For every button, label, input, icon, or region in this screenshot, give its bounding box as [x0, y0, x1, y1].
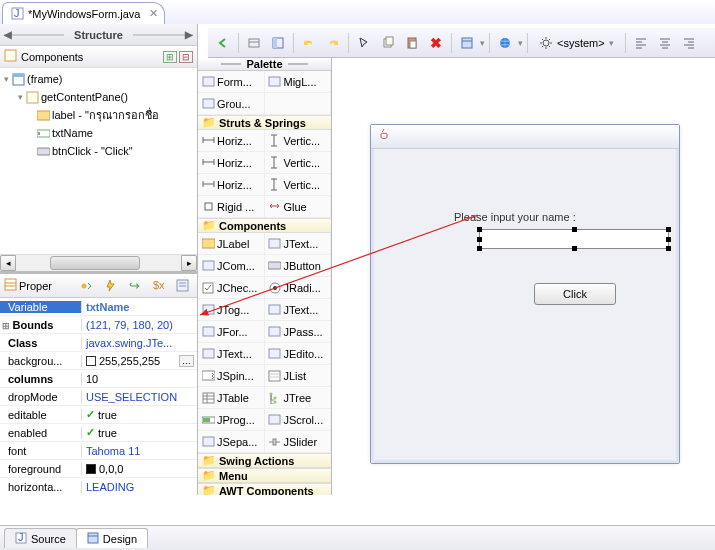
palette-category-awt[interactable]: 📁AWT Components	[198, 483, 331, 495]
palette-item[interactable]: Horiz...	[198, 174, 265, 196]
property-row[interactable]: foreground0,0,0	[0, 460, 197, 478]
component-icon	[201, 237, 215, 251]
form-window[interactable]: Please input your name : Click	[370, 124, 680, 464]
tree-item-btnclick[interactable]: btnClick - "Click"	[0, 142, 197, 160]
palette-category-menu[interactable]: 📁Menu	[198, 468, 331, 483]
property-row[interactable]: columns10	[0, 370, 197, 388]
palette-item[interactable]: JSepa...	[198, 431, 265, 453]
palette-item[interactable]: Form...	[198, 71, 265, 93]
palette-item[interactable]: Horiz...	[198, 152, 265, 174]
design-canvas[interactable]: Please input your name : Click	[332, 58, 715, 495]
palette-item[interactable]: JText...	[265, 299, 332, 321]
palette-category-struts[interactable]: 📁Struts & Springs	[198, 115, 331, 130]
tree-item-label[interactable]: label - "กรุณากรอกชื่อ	[0, 106, 197, 124]
svg-rect-82	[203, 327, 214, 336]
palette-item[interactable]: JSpin...	[198, 365, 265, 387]
palette-category-components[interactable]: 📁Components	[198, 218, 331, 233]
component-icon	[201, 200, 215, 214]
palette-item[interactable]: JProg...	[198, 409, 265, 431]
palette-item[interactable]: JRadi...	[265, 277, 332, 299]
form-textfield-txtname[interactable]	[479, 229, 669, 249]
svg-rect-42	[37, 148, 50, 155]
palette-item[interactable]: JScrol...	[265, 409, 332, 431]
palette-category-swingactions[interactable]: 📁Swing Actions	[198, 453, 331, 468]
palette-item[interactable]: MigL...	[265, 71, 332, 93]
palette-item[interactable]: Grou...	[198, 93, 265, 115]
property-row[interactable]: backgrou...255,255,255…	[0, 352, 197, 370]
palette-item[interactable]: JTable	[198, 387, 265, 409]
property-row[interactable]: VariabletxtName	[0, 298, 197, 316]
component-icon	[201, 156, 215, 170]
form-button-click[interactable]: Click	[534, 283, 616, 305]
palette-item[interactable]: Rigid ...	[198, 196, 265, 218]
svg-rect-53	[203, 99, 214, 108]
button-icon	[36, 144, 50, 158]
palette-item[interactable]: JButton	[265, 255, 332, 277]
svg-point-46	[81, 284, 86, 289]
svg-rect-100	[203, 437, 214, 446]
palette-item[interactable]: JText...	[265, 233, 332, 255]
tab-design[interactable]: Design	[76, 528, 148, 548]
component-icon	[268, 369, 282, 383]
palette-item[interactable]: Vertic...	[265, 130, 332, 152]
source-icon: J	[15, 532, 27, 546]
svg-rect-98	[203, 418, 210, 422]
folder-icon: 📁	[202, 219, 216, 232]
show-advanced-icon[interactable]	[75, 275, 97, 297]
palette-item[interactable]: Horiz...	[198, 130, 265, 152]
properties-tab-icon	[4, 278, 17, 293]
palette-item[interactable]: JList	[265, 365, 332, 387]
tree-scrollbar[interactable]: ◂ ▸	[0, 254, 197, 271]
expand-all-icon[interactable]: ⊞	[163, 51, 177, 63]
svg-rect-81	[269, 305, 280, 314]
palette-item[interactable]: Glue	[265, 196, 332, 218]
tree-label: getContentPane()	[41, 91, 128, 103]
palette-item[interactable]: JLabel	[198, 233, 265, 255]
tab-source[interactable]: J Source	[4, 528, 77, 548]
palette-item[interactable]: JTog...	[198, 299, 265, 321]
component-icon	[201, 325, 215, 339]
palette-item[interactable]: JTree	[265, 387, 332, 409]
tree-item-contentpane[interactable]: ▾ getContentPane()	[0, 88, 197, 106]
tree-item-frame[interactable]: ▾ (frame)	[0, 70, 197, 88]
svg-rect-75	[203, 261, 214, 270]
tree-item-txtname[interactable]: txtName	[0, 124, 197, 142]
component-icon	[201, 281, 215, 295]
props-menu-icon[interactable]	[171, 275, 193, 297]
component-icon	[268, 281, 282, 295]
goto-icon[interactable]: ↪	[123, 275, 145, 297]
palette-item[interactable]: JCom...	[198, 255, 265, 277]
collapse-right-icon[interactable]: ▶	[185, 29, 193, 40]
palette-item[interactable]: JFor...	[198, 321, 265, 343]
property-row[interactable]: fontTahoma 11	[0, 442, 197, 460]
tree-label: (frame)	[27, 73, 62, 85]
var-icon[interactable]: $x	[147, 275, 169, 297]
events-icon[interactable]	[99, 275, 121, 297]
palette-item[interactable]: JChec...	[198, 277, 265, 299]
property-row[interactable]: editable✓true	[0, 406, 197, 424]
property-row[interactable]: enabled✓true	[0, 424, 197, 442]
svg-rect-106	[88, 533, 98, 543]
palette-item[interactable]: JPass...	[265, 321, 332, 343]
collapse-all-icon[interactable]: ⊟	[179, 51, 193, 63]
palette-item[interactable]: Vertic...	[265, 174, 332, 196]
component-icon	[268, 75, 282, 89]
palette-item[interactable]: Vertic...	[265, 152, 332, 174]
component-icon	[201, 97, 215, 111]
property-row[interactable]: Classjavax.swing.JTe...	[0, 334, 197, 352]
component-icon	[268, 435, 282, 449]
properties-grid: VariabletxtName⊞ Bounds(121, 79, 180, 20…	[0, 298, 197, 495]
frame-icon	[11, 72, 25, 86]
close-icon[interactable]: ✕	[149, 7, 158, 20]
form-prompt-label[interactable]: Please input your name :	[454, 211, 576, 223]
properties-title: Proper	[19, 280, 52, 292]
property-row[interactable]: ⊞ Bounds(121, 79, 180, 20)	[0, 316, 197, 334]
property-row[interactable]: horizonta...LEADING	[0, 478, 197, 495]
file-tab[interactable]: J *MyWindowsForm.java ✕	[2, 2, 165, 24]
collapse-left-icon[interactable]: ◀	[4, 29, 12, 40]
palette-item[interactable]: JEdito...	[265, 343, 332, 365]
palette-item[interactable]: JSlider	[265, 431, 332, 453]
palette-item[interactable]: JText...	[198, 343, 265, 365]
component-icon	[201, 134, 215, 148]
property-row[interactable]: dropModeUSE_SELECTION	[0, 388, 197, 406]
